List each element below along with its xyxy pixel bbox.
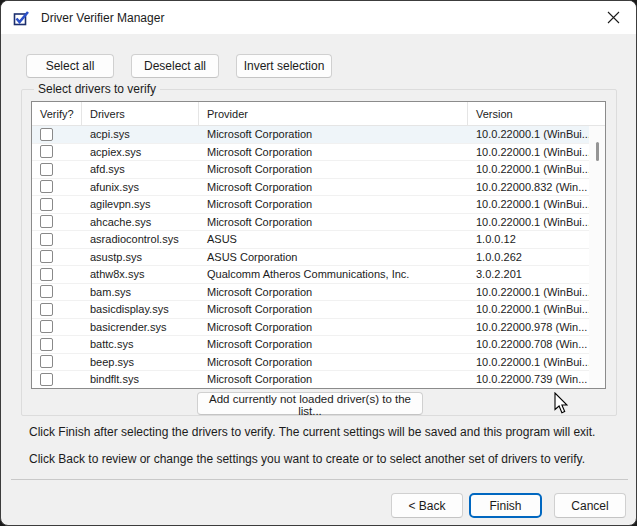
deselect-all-button[interactable]: Deselect all (131, 54, 219, 78)
provider-name: ASUS (199, 231, 468, 248)
verify-cell (32, 161, 82, 178)
driver-name: basicrender.sys (82, 319, 199, 336)
driver-name: asradiocontrol.sys (82, 231, 199, 248)
provider-name: ASUS Corporation (199, 249, 468, 266)
verify-checkbox[interactable] (40, 338, 53, 351)
column-header-provider[interactable]: Provider (199, 102, 468, 125)
vertical-scrollbar[interactable] (589, 126, 605, 388)
version-value: 10.0.22000.1 (WinBui... (468, 196, 605, 213)
back-instruction-text: Click Back to review or change the setti… (29, 452, 585, 466)
driver-name: acpiex.sys (82, 144, 199, 161)
table-row[interactable]: basicdisplay.sysMicrosoft Corporation10.… (32, 301, 605, 319)
verify-checkbox[interactable] (40, 215, 53, 228)
table-row[interactable]: beep.sysMicrosoft Corporation10.0.22000.… (32, 354, 605, 372)
verify-checkbox[interactable] (40, 180, 53, 193)
driver-name: beep.sys (82, 354, 199, 371)
version-value: 10.0.22000.1 (WinBui... (468, 144, 605, 161)
version-value: 10.0.22000.1 (WinBui... (468, 214, 605, 231)
version-value: 10.0.22000.1 (WinBui... (468, 284, 605, 301)
provider-name: Microsoft Corporation (199, 126, 468, 143)
verify-checkbox[interactable] (40, 198, 53, 211)
verify-cell (32, 336, 82, 353)
driver-name: afd.sys (82, 161, 199, 178)
verify-cell (32, 284, 82, 301)
select-all-button[interactable]: Select all (26, 54, 114, 78)
version-value: 10.0.22000.1 (WinBui... (468, 354, 605, 371)
driver-name: agilevpn.sys (82, 196, 199, 213)
driver-name: basicdisplay.sys (82, 301, 199, 318)
back-button[interactable]: < Back (391, 493, 463, 518)
driver-name: battc.sys (82, 336, 199, 353)
verify-cell (32, 319, 82, 336)
provider-name: Microsoft Corporation (199, 301, 468, 318)
provider-name: Microsoft Corporation (199, 196, 468, 213)
verify-checkbox[interactable] (40, 268, 53, 281)
column-header-drivers[interactable]: Drivers (82, 102, 199, 125)
footer-separator (11, 479, 628, 480)
verify-checkbox[interactable] (40, 145, 53, 158)
table-row[interactable]: afd.sysMicrosoft Corporation10.0.22000.1… (32, 161, 605, 179)
scrollbar-thumb[interactable] (596, 142, 599, 161)
verify-checkbox[interactable] (40, 250, 53, 263)
provider-name: Microsoft Corporation (199, 371, 468, 388)
driver-verifier-icon (13, 10, 31, 26)
column-header-version[interactable]: Version (468, 102, 605, 125)
drivers-list[interactable]: Verify? Drivers Provider Version acpi.sy… (31, 101, 606, 389)
table-row[interactable]: athw8x.sysQualcomm Atheros Communication… (32, 266, 605, 284)
finish-button[interactable]: Finish (469, 493, 542, 518)
table-row[interactable]: ahcache.sysMicrosoft Corporation10.0.220… (32, 214, 605, 232)
groupbox-label: Select drivers to verify (34, 82, 160, 97)
driver-name: acpi.sys (82, 126, 199, 143)
verify-checkbox[interactable] (40, 303, 53, 316)
verify-cell (32, 354, 82, 371)
cancel-button[interactable]: Cancel (554, 493, 626, 518)
provider-name: Microsoft Corporation (199, 354, 468, 371)
table-row[interactable]: battc.sysMicrosoft Corporation10.0.22000… (32, 336, 605, 354)
driver-name: afunix.sys (82, 179, 199, 196)
close-icon (607, 11, 620, 24)
driver-name: asustp.sys (82, 249, 199, 266)
add-unloaded-drivers-button[interactable]: Add currently not loaded driver(s) to th… (197, 392, 423, 415)
driver-verifier-manager-window: Driver Verifier Manager Select all Desel… (0, 0, 637, 526)
version-value: 1.0.0.12 (468, 231, 605, 248)
provider-name: Microsoft Corporation (199, 144, 468, 161)
verify-checkbox[interactable] (40, 233, 53, 246)
provider-name: Microsoft Corporation (199, 179, 468, 196)
table-row[interactable]: acpi.sysMicrosoft Corporation10.0.22000.… (32, 126, 605, 144)
verify-cell (32, 126, 82, 143)
table-row[interactable]: agilevpn.sysMicrosoft Corporation10.0.22… (32, 196, 605, 214)
verify-checkbox[interactable] (40, 373, 53, 386)
verify-checkbox[interactable] (40, 320, 53, 333)
provider-name: Microsoft Corporation (199, 284, 468, 301)
close-button[interactable] (590, 1, 636, 34)
table-row[interactable]: afunix.sysMicrosoft Corporation10.0.2200… (32, 179, 605, 197)
verify-cell (32, 179, 82, 196)
verify-checkbox[interactable] (40, 355, 53, 368)
table-row[interactable]: basicrender.sysMicrosoft Corporation10.0… (32, 319, 605, 337)
window-title: Driver Verifier Manager (41, 11, 164, 25)
version-value: 1.0.0.262 (468, 249, 605, 266)
version-value: 10.0.22000.832 (Win... (468, 179, 605, 196)
verify-cell (32, 266, 82, 283)
verify-checkbox[interactable] (40, 285, 53, 298)
table-row[interactable]: bindflt.sysMicrosoft Corporation10.0.220… (32, 371, 605, 389)
table-row[interactable]: bam.sysMicrosoft Corporation10.0.22000.1… (32, 284, 605, 302)
titlebar[interactable]: Driver Verifier Manager (1, 1, 636, 34)
verify-cell (32, 214, 82, 231)
verify-checkbox[interactable] (40, 163, 53, 176)
provider-name: Microsoft Corporation (199, 214, 468, 231)
table-row[interactable]: asradiocontrol.sysASUS1.0.0.12 (32, 231, 605, 249)
version-value: 10.0.22000.739 (Win... (468, 371, 605, 388)
verify-checkbox[interactable] (40, 128, 53, 141)
version-value: 10.0.22000.1 (WinBui... (468, 126, 605, 143)
version-value: 10.0.22000.1 (WinBui... (468, 161, 605, 178)
version-value: 3.0.2.201 (468, 266, 605, 283)
table-row[interactable]: asustp.sysASUS Corporation1.0.0.262 (32, 249, 605, 267)
driver-name: ahcache.sys (82, 214, 199, 231)
column-header-verify[interactable]: Verify? (32, 102, 82, 125)
table-row[interactable]: acpiex.sysMicrosoft Corporation10.0.2200… (32, 144, 605, 162)
version-value: 10.0.22000.1 (WinBui... (468, 301, 605, 318)
invert-selection-button[interactable]: Invert selection (236, 54, 332, 78)
verify-cell (32, 371, 82, 388)
provider-name: Microsoft Corporation (199, 161, 468, 178)
